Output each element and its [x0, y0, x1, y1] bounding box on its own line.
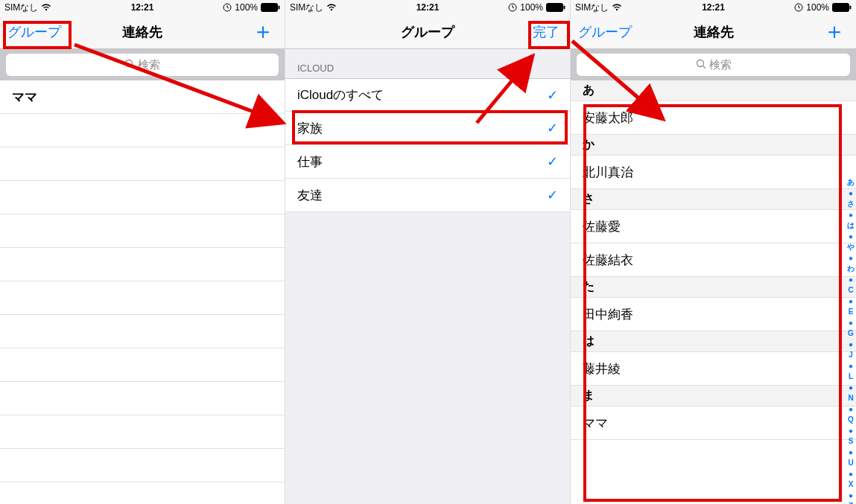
clock-text: 12:21 — [416, 2, 440, 13]
svg-rect-6 — [547, 4, 563, 12]
empty-row — [0, 214, 285, 248]
index-char[interactable]: Q — [848, 415, 854, 426]
svg-point-3 — [126, 60, 133, 66]
index-char[interactable]: ● — [849, 339, 853, 351]
search-icon — [124, 59, 135, 71]
index-char[interactable]: ● — [849, 188, 853, 200]
group-row[interactable]: 友達✓ — [285, 179, 570, 212]
empty-row — [0, 415, 285, 449]
search-input[interactable]: 検索 — [6, 54, 279, 76]
index-char[interactable]: ● — [849, 404, 853, 415]
check-icon: ✓ — [547, 120, 558, 136]
contact-row[interactable]: 安藤太郎 — [571, 101, 856, 135]
group-row[interactable]: iCloudのすべて✓ — [285, 78, 570, 112]
index-char[interactable]: ● — [849, 210, 853, 221]
index-char[interactable]: ● — [849, 253, 853, 264]
index-char[interactable]: ● — [849, 296, 853, 307]
empty-row — [0, 181, 285, 214]
group-row[interactable]: 家族✓ — [285, 112, 570, 145]
index-char[interactable]: ● — [849, 426, 853, 437]
index-char[interactable]: わ — [847, 264, 855, 275]
contact-row[interactable]: 北川真治 — [571, 156, 856, 189]
search-bar-container: 検索 — [571, 49, 856, 80]
battery-pct-text: 100% — [235, 2, 258, 13]
search-bar-container: 検索 — [0, 49, 285, 80]
add-contact-button[interactable]: ＋ — [252, 16, 274, 47]
wifi-icon — [41, 4, 51, 11]
contact-row[interactable]: ママ — [0, 80, 285, 114]
screen-contacts-before: SIMなし 12:21 100% グループ 連絡先 ＋ — [0, 0, 285, 504]
check-icon: ✓ — [547, 87, 558, 103]
screen-contacts-after: SIMなし 12:21 100% グループ 連絡先 ＋ — [571, 0, 856, 504]
index-char[interactable]: N — [848, 393, 853, 404]
section-header-icloud: ICLOUD — [285, 49, 570, 78]
index-char[interactable]: ● — [849, 275, 853, 286]
empty-row — [0, 114, 285, 147]
kana-section-header: た — [571, 277, 856, 298]
index-char[interactable]: C — [848, 285, 853, 296]
index-char[interactable]: ● — [849, 318, 853, 329]
battery-icon — [546, 3, 565, 12]
kana-section-header: か — [571, 135, 856, 156]
index-char[interactable]: ● — [849, 232, 853, 243]
index-char[interactable]: J — [849, 350, 853, 361]
index-char[interactable]: は — [847, 220, 855, 232]
screen-groups: SIMなし 12:21 100% グループ 完了 ICLOUD — [285, 0, 571, 504]
group-label: 仕事 — [297, 153, 323, 170]
index-char[interactable]: ● — [849, 361, 853, 372]
group-row[interactable]: 仕事✓ — [285, 145, 570, 179]
index-char[interactable]: ● — [849, 447, 853, 459]
orientation-lock-icon — [508, 3, 517, 12]
contact-row[interactable]: 佐藤愛 — [571, 210, 856, 243]
groups-button[interactable]: グループ — [7, 23, 61, 41]
index-char[interactable]: Z — [849, 501, 853, 504]
empty-row — [0, 382, 285, 415]
empty-row — [0, 281, 285, 315]
contact-row[interactable]: ママ — [571, 406, 856, 440]
index-char[interactable]: L — [849, 371, 853, 383]
wifi-icon — [326, 4, 337, 11]
carrier-text: SIMなし — [290, 1, 323, 14]
search-input[interactable]: 検索 — [577, 54, 850, 76]
contact-row[interactable]: 田中絢香 — [571, 298, 856, 331]
battery-icon — [261, 3, 280, 12]
index-char[interactable]: あ — [847, 177, 855, 188]
empty-row — [0, 449, 285, 482]
empty-row — [0, 147, 285, 181]
index-char[interactable]: E — [849, 307, 854, 318]
kana-section-header: は — [571, 331, 856, 352]
empty-row — [0, 315, 285, 348]
svg-line-4 — [132, 66, 135, 68]
done-button[interactable]: 完了 — [533, 23, 559, 41]
nav-bar: グループ 完了 — [285, 15, 570, 49]
kana-section-header: あ — [571, 80, 856, 101]
index-char[interactable]: や — [847, 242, 855, 253]
kana-section-header: ま — [571, 386, 856, 406]
check-icon: ✓ — [547, 187, 558, 203]
add-contact-button[interactable]: ＋ — [823, 16, 846, 47]
group-label: 友達 — [297, 187, 323, 204]
index-char[interactable]: S — [849, 436, 854, 447]
contact-row[interactable]: 佐藤結衣 — [571, 243, 856, 277]
nav-bar: グループ 連絡先 ＋ — [0, 15, 285, 49]
orientation-lock-icon — [223, 3, 232, 12]
search-icon — [696, 59, 706, 71]
index-scroll-bar[interactable]: あ●さ●は●や●わ●C●E●G●J●L●N●Q●S●U●X●Z# — [847, 177, 855, 504]
contact-row[interactable]: 藤井綾 — [571, 352, 856, 386]
clock-text: 12:21 — [131, 2, 154, 13]
page-title: グループ — [285, 23, 570, 41]
index-char[interactable]: ● — [849, 491, 853, 502]
index-char[interactable]: X — [849, 479, 854, 491]
index-char[interactable]: ● — [849, 469, 853, 480]
status-bar: SIMなし 12:21 100% — [0, 0, 285, 15]
index-char[interactable]: さ — [847, 199, 855, 210]
index-char[interactable]: G — [848, 328, 854, 339]
group-label: 家族 — [297, 120, 323, 137]
carrier-text: SIMなし — [4, 1, 38, 14]
index-char[interactable]: ● — [849, 383, 853, 394]
battery-pct-text: 100% — [520, 2, 543, 13]
svg-rect-1 — [261, 4, 278, 12]
index-char[interactable]: U — [848, 458, 853, 469]
groups-button[interactable]: グループ — [578, 23, 632, 41]
wifi-icon — [612, 4, 622, 11]
